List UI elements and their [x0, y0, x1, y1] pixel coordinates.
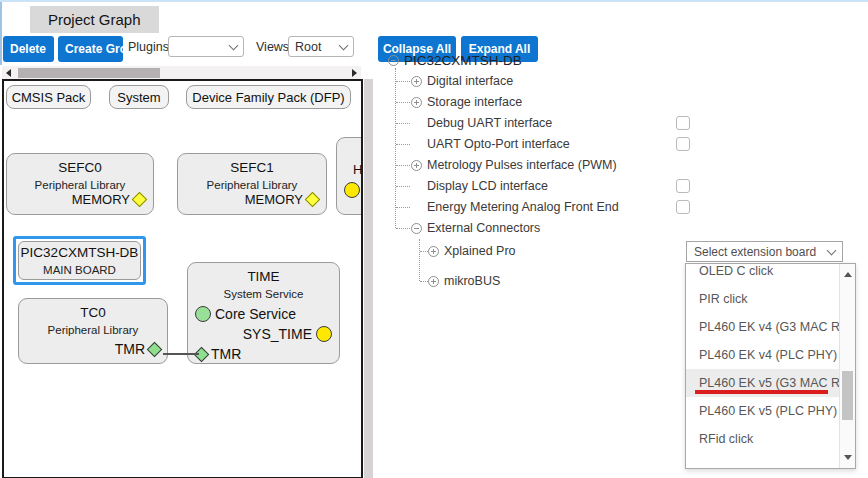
- node-subtitle: System Service: [188, 288, 339, 300]
- node-subtitle: Peripheral Library: [7, 179, 153, 191]
- dropdown-option[interactable]: PL460 EK v4 (G3 MAC RT): [686, 313, 840, 341]
- dropdown-option[interactable]: PL460 EK v4 (PLC PHY): [686, 341, 840, 369]
- scroll-left-icon[interactable]: [6, 69, 11, 77]
- annotation-red-underline: [695, 390, 828, 394]
- package-node-system[interactable]: System: [109, 85, 169, 109]
- circle-minus-icon[interactable]: [411, 223, 422, 234]
- chevron-down-icon: [339, 40, 349, 50]
- node-title: SEFC0: [7, 160, 153, 175]
- views-select[interactable]: Root: [288, 36, 354, 57]
- node-sefc0[interactable]: SEFC0 Peripheral Library MEMORY: [6, 153, 154, 215]
- circle-pin-icon[interactable]: [316, 326, 332, 342]
- pin-label: MEMORY: [72, 192, 130, 207]
- pin-label: TMR: [115, 341, 145, 357]
- scrollbar-thumb[interactable]: [842, 371, 853, 420]
- tree-root-label: PIC32CXMTSH-DB: [404, 53, 522, 68]
- pin-label: TMR: [211, 346, 241, 362]
- node-subtitle: Peripheral Library: [19, 324, 167, 336]
- graph-vertical-scrollbar[interactable]: [364, 79, 373, 478]
- tab-project-graph[interactable]: Project Graph: [30, 6, 159, 33]
- node-title: H: [353, 162, 362, 177]
- plugins-select[interactable]: [168, 36, 244, 57]
- node-subtitle: Peripheral Library: [178, 179, 326, 191]
- circle-plus-icon[interactable]: [428, 276, 439, 287]
- node-title: PIC32CXMTSH-DB: [19, 245, 140, 260]
- project-graph-canvas[interactable]: CMSIS Pack System Device Family Pack (DF…: [2, 79, 363, 478]
- dropdown-option[interactable]: RFid click: [686, 425, 840, 453]
- tree-item-storage-interface[interactable]: Storage interface: [411, 93, 522, 111]
- tree-item-external-connectors[interactable]: External Connectors: [411, 219, 540, 237]
- energy-metering-checkbox[interactable]: [676, 200, 690, 214]
- graph-horizontal-scrollbar[interactable]: [2, 66, 361, 79]
- delete-button[interactable]: Delete: [3, 36, 54, 62]
- node-clipped[interactable]: H: [336, 137, 363, 215]
- scroll-down-icon[interactable]: [844, 455, 852, 460]
- tree-item-energy-metering[interactable]: Energy Metering Analog Front End: [427, 198, 619, 216]
- package-label: Device Family Pack (DFP): [192, 90, 344, 105]
- tree-root-row[interactable]: PIC32CXMTSH-DB: [388, 51, 522, 69]
- node-main-board-selected[interactable]: PIC32CXMTSH-DB MAIN BOARD: [13, 236, 146, 285]
- tab-project-graph-label: Project Graph: [48, 11, 141, 28]
- circle-plus-icon[interactable]: [411, 97, 422, 108]
- scroll-up-icon[interactable]: [844, 272, 852, 277]
- node-subtitle: MAIN BOARD: [19, 264, 140, 276]
- node-tc0[interactable]: TC0 Peripheral Library TMR: [18, 298, 168, 364]
- dropdown-option[interactable]: PL460 EK v5 (PLC PHY): [686, 397, 840, 425]
- circle-plus-icon[interactable]: [411, 160, 422, 171]
- tree-item-xplained-pro[interactable]: Xplained Pro: [428, 242, 516, 260]
- chevron-down-icon: [229, 40, 239, 50]
- node-title: TIME: [188, 269, 339, 284]
- node-title: SEFC1: [178, 160, 326, 175]
- tree-item-debug-uart[interactable]: Debug UART interface: [427, 114, 552, 132]
- panel-left-accent: [0, 2, 2, 65]
- tree-item-digital-interface[interactable]: Digital interface: [411, 72, 513, 90]
- extension-board-select[interactable]: Select extension board: [686, 241, 843, 262]
- pin-label: SYS_TIME: [243, 326, 312, 342]
- dropdown-option[interactable]: PIR click: [686, 285, 840, 313]
- tree-item-display-lcd[interactable]: Display LCD interface: [427, 177, 548, 195]
- diamond-pin-icon[interactable]: [305, 192, 321, 208]
- circle-pin-icon[interactable]: [195, 306, 211, 322]
- extension-board-dropdown-list[interactable]: OLED C click PIR click PL460 EK v4 (G3 M…: [685, 263, 856, 469]
- create-group-button[interactable]: Create Group: [58, 36, 123, 62]
- circle-plus-icon[interactable]: [411, 76, 422, 87]
- chevron-down-icon: [827, 245, 837, 255]
- dropdown-scrollbar[interactable]: [839, 264, 855, 468]
- package-label: CMSIS Pack: [12, 90, 86, 105]
- tree-guide: [419, 239, 420, 281]
- dependency-label: Core Service: [215, 306, 296, 322]
- display-lcd-checkbox[interactable]: [676, 179, 690, 193]
- uart-opto-checkbox[interactable]: [676, 137, 690, 151]
- node-title: TC0: [19, 305, 167, 320]
- package-node-cmsis[interactable]: CMSIS Pack: [6, 85, 91, 109]
- extension-board-select-value: Select extension board: [694, 245, 816, 259]
- connection-tc0-time: [163, 353, 199, 355]
- tree-item-metrology-pwm[interactable]: Metrology Pulses interface (PWM): [411, 156, 617, 174]
- circle-pin-icon[interactable]: [344, 182, 360, 198]
- scrollbar-thumb[interactable]: [18, 68, 160, 78]
- package-label: System: [117, 90, 160, 105]
- circle-plus-icon[interactable]: [428, 246, 439, 257]
- tree-item-uart-opto[interactable]: UART Opto-Port interface: [427, 135, 570, 153]
- app-window: Project Graph Delete Create Group Plugin…: [0, 0, 868, 478]
- node-sefc1[interactable]: SEFC1 Peripheral Library MEMORY: [177, 153, 327, 215]
- views-select-value: Root: [295, 40, 321, 54]
- dropdown-option[interactable]: OLED C click: [686, 263, 840, 285]
- debug-uart-checkbox[interactable]: [676, 116, 690, 130]
- plugins-label: Plugins:: [128, 36, 172, 57]
- pin-label: MEMORY: [245, 192, 303, 207]
- scroll-right-icon[interactable]: [352, 69, 357, 77]
- package-node-dfp[interactable]: Device Family Pack (DFP): [186, 85, 351, 109]
- diamond-pin-icon[interactable]: [132, 192, 148, 208]
- diamond-pin-icon[interactable]: [147, 341, 163, 357]
- circle-minus-icon[interactable]: [388, 55, 399, 66]
- node-time[interactable]: TIME System Service Core Service SYS_TIM…: [187, 262, 340, 364]
- tree-item-mikrobus[interactable]: mikroBUS: [428, 272, 500, 290]
- tree-guide: [395, 68, 396, 228]
